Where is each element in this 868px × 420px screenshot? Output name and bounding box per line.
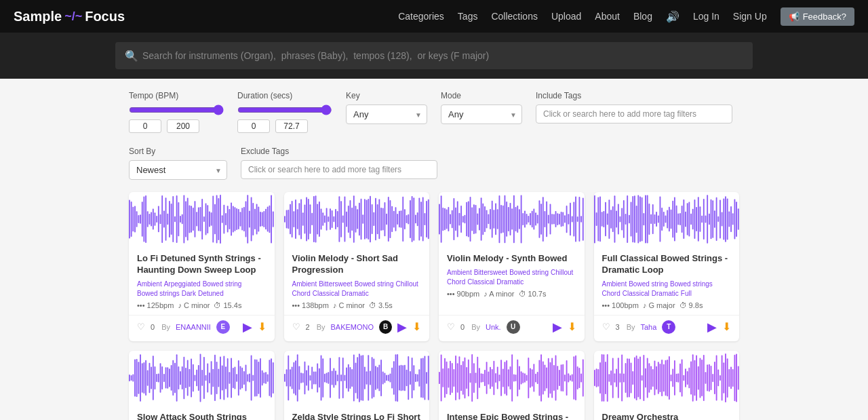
- tag-label[interactable]: Full: [681, 290, 692, 297]
- tag-label[interactable]: Classical: [623, 290, 650, 297]
- tag-label[interactable]: Arpeggiated: [164, 280, 201, 288]
- play-button[interactable]: ▶: [397, 320, 407, 335]
- nav-about[interactable]: About: [595, 11, 620, 22]
- waveform[interactable]: [284, 351, 430, 405]
- tempo-max[interactable]: [167, 119, 199, 133]
- tag-label[interactable]: Bittersweet: [319, 280, 352, 288]
- tag-label[interactable]: Bowed strings: [137, 290, 180, 297]
- svg-rect-159: [427, 199, 429, 240]
- svg-rect-529: [528, 358, 529, 398]
- svg-rect-212: [533, 208, 534, 229]
- like-button[interactable]: ♡: [292, 322, 300, 332]
- tag-label[interactable]: Classical: [467, 278, 494, 286]
- download-button[interactable]: ⬇: [722, 320, 731, 333]
- duration-slider[interactable]: [237, 104, 332, 115]
- tag-label[interactable]: Dramatic: [342, 290, 369, 297]
- tag-label[interactable]: Bowed string: [629, 280, 668, 288]
- author-name[interactable]: Unk.: [486, 323, 501, 331]
- svg-rect-252: [616, 210, 617, 227]
- tag-label[interactable]: Ambient: [447, 269, 472, 276]
- like-button[interactable]: ♡: [447, 322, 455, 332]
- tag-label[interactable]: Dark: [182, 290, 196, 297]
- svg-rect-384: [245, 364, 247, 391]
- nav-login[interactable]: Log In: [693, 11, 719, 22]
- author-name[interactable]: BAKEMONO: [330, 323, 374, 331]
- svg-rect-226: [559, 214, 560, 225]
- sort-select[interactable]: NewestMost DownloadedMost Liked Shortest…: [129, 160, 227, 180]
- feedback-button[interactable]: 📢 Feedback?: [781, 7, 854, 26]
- nav-blog[interactable]: Blog: [633, 11, 652, 22]
- author-name[interactable]: ENAANNII: [176, 323, 211, 331]
- tag-label[interactable]: Dramatic: [496, 278, 524, 286]
- svg-rect-135: [384, 202, 385, 236]
- tag-label[interactable]: Chillout: [395, 280, 418, 288]
- tempo-slider[interactable]: [129, 104, 224, 115]
- tempo-min[interactable]: [129, 119, 161, 133]
- search-input[interactable]: [115, 42, 753, 69]
- duration-min[interactable]: [237, 119, 270, 133]
- svg-rect-481: [441, 354, 442, 401]
- include-tags-input[interactable]: Click or search here to add more tag fil…: [536, 104, 732, 123]
- svg-rect-321: [131, 375, 132, 381]
- svg-rect-635: [730, 366, 732, 389]
- tag-label[interactable]: Bowed string: [509, 269, 549, 276]
- svg-rect-206: [522, 213, 524, 225]
- waveform[interactable]: [439, 192, 585, 246]
- download-button[interactable]: ⬇: [412, 320, 421, 333]
- svg-rect-569: [610, 370, 612, 385]
- tag-label[interactable]: Ambient: [137, 280, 162, 288]
- play-button[interactable]: ▶: [707, 320, 717, 335]
- like-button[interactable]: ♡: [602, 322, 610, 332]
- svg-rect-316: [732, 213, 733, 225]
- like-button[interactable]: ♡: [137, 322, 145, 332]
- svg-rect-587: [643, 355, 644, 401]
- tag-label[interactable]: Chord: [602, 290, 620, 297]
- nav-tags[interactable]: Tags: [458, 11, 478, 22]
- nav-collections[interactable]: Collections: [491, 11, 537, 22]
- nav-categories[interactable]: Categories: [398, 11, 444, 22]
- waveform[interactable]: [439, 351, 585, 405]
- svg-rect-381: [240, 366, 241, 389]
- tag-label[interactable]: Detuned: [198, 290, 224, 297]
- tag-label[interactable]: Bowed string: [355, 280, 394, 288]
- waveform[interactable]: [594, 351, 740, 405]
- nav-upload[interactable]: Upload: [551, 11, 581, 22]
- waveform[interactable]: [284, 192, 430, 246]
- play-button[interactable]: ▶: [553, 320, 562, 335]
- site-logo[interactable]: Sample~/~Focus: [14, 9, 125, 24]
- key-select[interactable]: AnyAA#B CC#DD# EFF#GG#: [346, 104, 427, 124]
- tag-label[interactable]: Chord: [447, 278, 465, 286]
- tag-label[interactable]: Ambient: [602, 280, 627, 288]
- play-button[interactable]: ▶: [243, 320, 252, 335]
- card-title: Violin Melody - Short Sad Progression: [292, 253, 422, 276]
- author-name[interactable]: Taha: [640, 323, 656, 331]
- duration-max[interactable]: [275, 119, 308, 133]
- tag-label[interactable]: Chillout: [551, 269, 573, 276]
- svg-rect-397: [269, 360, 270, 396]
- tag-label[interactable]: Bowed string: [203, 280, 242, 288]
- svg-rect-265: [639, 197, 641, 242]
- waveform[interactable]: [129, 192, 275, 246]
- svg-rect-9: [145, 195, 146, 243]
- svg-rect-116: [349, 200, 351, 238]
- svg-rect-629: [719, 375, 721, 381]
- tag-label[interactable]: Dramatic: [652, 290, 679, 297]
- mode-select[interactable]: AnyMajorMinor: [441, 104, 522, 124]
- nav-signup[interactable]: Sign Up: [733, 11, 767, 22]
- svg-rect-290: [685, 212, 686, 227]
- svg-rect-202: [515, 207, 517, 231]
- svg-rect-152: [415, 215, 416, 224]
- download-button[interactable]: ⬇: [568, 320, 576, 333]
- tag-label[interactable]: Bowed strings: [670, 280, 713, 288]
- feedback-label: Feedback?: [803, 12, 846, 22]
- tag-label[interactable]: Classical: [313, 290, 340, 297]
- volume-icon[interactable]: 🔊: [666, 10, 679, 23]
- tag-label[interactable]: Ambient: [292, 280, 317, 288]
- download-button[interactable]: ⬇: [258, 320, 267, 333]
- waveform[interactable]: [594, 192, 740, 246]
- tag-label[interactable]: Bittersweet: [474, 269, 507, 276]
- tag-label[interactable]: Chord: [292, 290, 311, 297]
- svg-rect-92: [306, 197, 307, 241]
- exclude-tags-input[interactable]: Click or search here to add more tag fil…: [241, 160, 437, 179]
- waveform[interactable]: [129, 351, 275, 405]
